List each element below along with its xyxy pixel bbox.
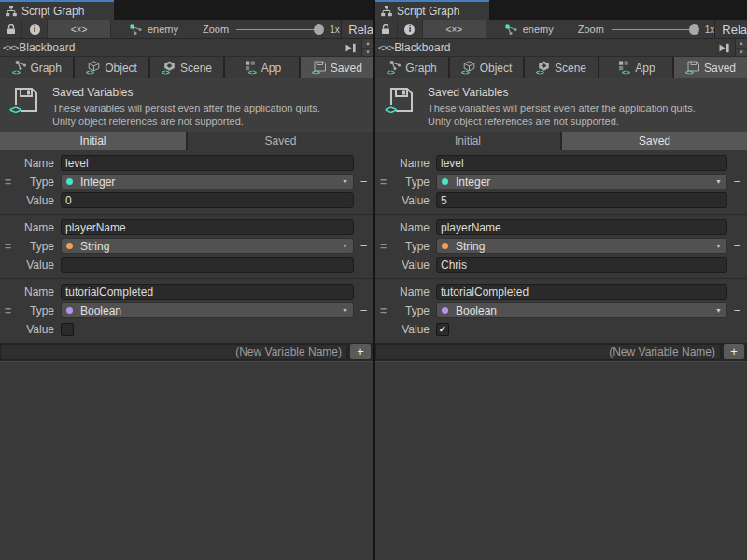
type-color-dot: [442, 307, 448, 314]
tab-app[interactable]: <>App: [225, 57, 298, 78]
tab-saved-mode[interactable]: Saved: [562, 132, 747, 150]
tab-scene[interactable]: <>Scene: [150, 57, 223, 78]
value-checkbox[interactable]: [61, 323, 74, 336]
relations-button[interactable]: Rela: [342, 22, 374, 36]
zoom-slider-thumb[interactable]: [689, 24, 699, 35]
tab-saved-mode[interactable]: Saved: [188, 132, 374, 150]
scroll-down-button[interactable]: ▼: [736, 48, 747, 57]
chevron-down-icon: ▼: [715, 307, 722, 314]
dock-icon[interactable]: [718, 43, 730, 53]
remove-variable-button[interactable]: −: [727, 175, 747, 189]
variable-name-input[interactable]: [61, 219, 354, 235]
tab-app[interactable]: <>App: [599, 57, 672, 78]
scroll-up-button[interactable]: ▲: [736, 39, 747, 48]
graph-selector[interactable]: enemy: [505, 23, 554, 35]
add-variable-button[interactable]: +: [724, 344, 744, 359]
zoom-slider-thumb[interactable]: [314, 24, 324, 35]
graph-pointer-icon: [130, 24, 143, 35]
scroll-down-button[interactable]: ▼: [362, 48, 374, 57]
app-tab-icon: <>: [243, 61, 258, 75]
scene-tab-icon: <>: [536, 61, 551, 75]
type-dropdown[interactable]: Integer▼: [436, 174, 727, 189]
variable-name-input[interactable]: [436, 155, 727, 171]
remove-variable-button[interactable]: −: [354, 239, 374, 253]
remove-variable-button[interactable]: −: [727, 303, 747, 317]
info-button[interactable]: i: [22, 20, 48, 38]
variable-value-input[interactable]: [61, 192, 354, 208]
zoom-value: 1x: [705, 24, 715, 35]
type-dropdown[interactable]: Boolean▼: [61, 302, 354, 318]
tab-script-graph[interactable]: Script Graph: [0, 0, 114, 20]
remove-variable-button[interactable]: −: [354, 175, 374, 189]
tab-saved[interactable]: <>Saved: [674, 57, 747, 78]
lock-button[interactable]: [375, 20, 398, 38]
tab-scene[interactable]: <>Scene: [525, 57, 598, 78]
new-variable-row: +: [375, 343, 747, 361]
chevron-down-icon: ▼: [715, 243, 722, 249]
drag-handle-icon[interactable]: =: [375, 304, 391, 317]
variable-name-input[interactable]: [61, 284, 354, 300]
value-label: Value: [16, 259, 54, 272]
tab-initial[interactable]: Initial: [375, 132, 560, 150]
scroll-up-button[interactable]: ▲: [362, 39, 374, 48]
type-color-dot: [66, 307, 73, 314]
code-view-button[interactable]: <×>: [48, 20, 111, 38]
info-icon: i: [404, 24, 415, 35]
tab-initial[interactable]: Initial: [0, 132, 186, 150]
lock-button[interactable]: [0, 20, 22, 38]
info-button[interactable]: i: [398, 20, 423, 38]
remove-variable-button[interactable]: −: [354, 303, 374, 317]
drag-handle-icon[interactable]: =: [0, 304, 16, 317]
remove-variable-button[interactable]: −: [727, 239, 747, 253]
drag-handle-icon[interactable]: =: [375, 175, 391, 189]
type-dropdown[interactable]: Boolean▼: [436, 302, 727, 318]
type-dropdown[interactable]: Integer▼: [61, 174, 354, 189]
tab-object[interactable]: <>Object: [75, 57, 148, 78]
drag-handle-icon[interactable]: =: [375, 240, 391, 253]
svg-text:<>: <>: [461, 68, 470, 75]
new-variable-name-input[interactable]: [375, 344, 721, 360]
new-variable-name-input[interactable]: [0, 344, 347, 360]
variable-row: Name =TypeInteger▼− Value: [0, 150, 374, 214]
variable-row: Name =TypeString▼− Value: [0, 214, 374, 278]
variable-name-input[interactable]: [436, 219, 727, 235]
drag-handle-icon[interactable]: =: [0, 240, 16, 253]
drag-handle-icon[interactable]: =: [0, 175, 16, 189]
info-line-2: Unity object references are not supporte…: [428, 115, 696, 128]
tab-saved[interactable]: <>Saved: [301, 57, 374, 78]
tab-title: Script Graph: [397, 5, 459, 18]
type-dropdown[interactable]: String▼: [61, 238, 354, 254]
tab-script-graph[interactable]: Script Graph: [375, 0, 489, 20]
zoom-slider-track: [612, 29, 698, 30]
blackboard-icon: <×>: [378, 42, 393, 53]
type-dropdown[interactable]: String▼: [436, 238, 727, 254]
dock-icon[interactable]: [345, 43, 357, 53]
tab-title: Script Graph: [21, 5, 84, 18]
svg-text:<>: <>: [248, 68, 257, 75]
relations-button[interactable]: Rela: [715, 22, 747, 36]
code-icon: <×>: [71, 24, 88, 35]
zoom-slider[interactable]: [612, 20, 700, 39]
tab-object[interactable]: <>Object: [450, 57, 523, 78]
type-label: Type: [16, 175, 54, 189]
code-view-button[interactable]: <×>: [423, 20, 486, 38]
type-color-dot: [66, 243, 73, 249]
script-graph-icon: [381, 6, 392, 17]
graph-name-label: enemy: [148, 23, 178, 35]
tab-graph[interactable]: <>Graph: [375, 57, 448, 78]
variable-value-input[interactable]: [61, 257, 354, 273]
zoom-slider[interactable]: [236, 20, 325, 39]
script-graph-window-right: Script Graph i <×> enemy Zoom 1x Rela <×…: [374, 0, 747, 560]
variable-name-input[interactable]: [61, 155, 354, 171]
variable-name-input[interactable]: [436, 284, 727, 300]
variable-value-input[interactable]: [436, 257, 727, 273]
value-checkbox[interactable]: ✓: [436, 323, 449, 336]
tab-graph[interactable]: <>Graph: [0, 57, 73, 78]
saved-variables-infobox: <> Saved Variables These variables will …: [0, 78, 374, 132]
variable-value-input[interactable]: [436, 192, 727, 208]
window-tabstrip: Script Graph: [375, 0, 747, 20]
add-variable-button[interactable]: +: [350, 344, 371, 359]
window-tabstrip: Script Graph: [0, 0, 374, 20]
graph-selector[interactable]: enemy: [130, 23, 178, 35]
svg-text:<>: <>: [162, 68, 170, 75]
